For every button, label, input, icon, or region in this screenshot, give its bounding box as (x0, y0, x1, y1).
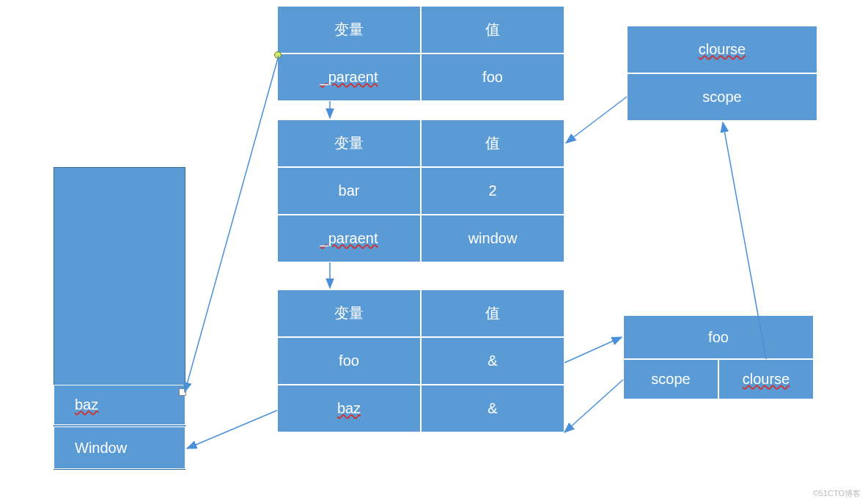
svg-line-1 (185, 56, 279, 392)
table-mid-r2c0-label: _paraent (320, 230, 378, 247)
table-mid-r0c1: 值 (421, 119, 564, 167)
selection-handle-start (274, 51, 282, 59)
table-bot-r1c1-label: & (488, 352, 497, 369)
right-top-row: scope (627, 73, 817, 121)
left-window-label: Window (75, 440, 127, 457)
table-mid-r1c1-label: 2 (488, 182, 496, 199)
table-mid-r2c0: _paraent (277, 215, 421, 262)
table-bot-r1c0-label: foo (339, 352, 359, 369)
table-mid-r0c0: 变量 (277, 119, 421, 167)
table-bot-r2c0: baz (277, 385, 421, 432)
table-bot-r0c1: 值 (421, 289, 564, 337)
table-bot-r1c0: foo (277, 337, 421, 385)
table-top-r1c1-label: foo (482, 69, 503, 86)
diagram-canvas: baz Window 变量 值 _paraent foo 变量 值 bar 2 … (0, 0, 868, 502)
selection-handle-end (179, 388, 186, 396)
table-mid-r2c1-label: window (468, 230, 518, 247)
table-mid-r1c0: bar (277, 167, 421, 215)
table-bot-r2c0-label: baz (337, 400, 361, 417)
right-top-title: clourse (627, 26, 817, 73)
table-mid-r1c1: 2 (421, 167, 564, 215)
right-bottom-title-label: foo (708, 329, 729, 346)
table-top-r1c1: foo (421, 53, 564, 101)
table-top-r0c0-label: 变量 (334, 20, 364, 40)
svg-line-8 (187, 410, 277, 449)
table-top-r1c0: _paraent (277, 53, 421, 101)
right-top-title-label: clourse (699, 41, 746, 58)
svg-line-4 (566, 97, 627, 143)
table-mid-r0c0-label: 变量 (334, 133, 364, 153)
right-top-row-label: scope (702, 89, 741, 106)
right-bottom-left: scope (623, 359, 718, 399)
table-bot-r0c0: 变量 (277, 289, 421, 337)
table-top-r0c0: 变量 (277, 6, 421, 53)
left-baz-label: baz (75, 396, 98, 413)
right-bottom-title: foo (623, 315, 814, 359)
svg-line-6 (564, 337, 622, 363)
table-top-r0c1-label: 值 (485, 20, 500, 40)
table-bot-r0c0-label: 变量 (334, 303, 364, 323)
right-bottom-right: clourse (718, 359, 814, 399)
table-mid-r0c1-label: 值 (485, 133, 500, 153)
table-mid-r1c0-label: bar (339, 182, 360, 199)
table-bot-r1c1: & (421, 337, 564, 385)
table-bot-r2c1-label: & (488, 400, 497, 417)
table-bot-r2c1: & (421, 385, 564, 432)
table-mid-r2c1: window (421, 215, 564, 262)
right-bottom-left-label: scope (651, 371, 690, 388)
right-bottom-right-label: clourse (743, 371, 790, 388)
table-top-r1c0-label: _paraent (320, 69, 378, 86)
left-baz-cell: baz (54, 385, 185, 425)
table-bot-r0c1-label: 值 (485, 303, 500, 323)
svg-line-7 (564, 380, 623, 432)
table-top-r0c1: 值 (421, 6, 564, 53)
watermark: ©51CTO博客 (813, 488, 861, 499)
left-window-cell: Window (54, 427, 185, 469)
